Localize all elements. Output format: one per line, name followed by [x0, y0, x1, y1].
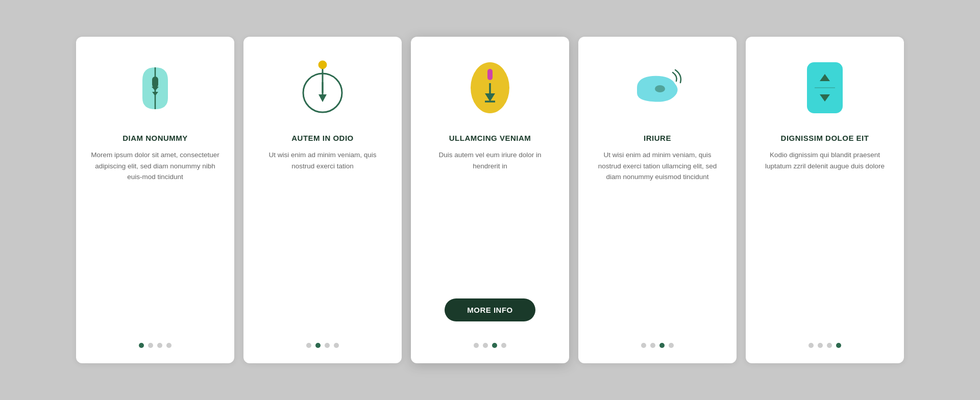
dot-4: [836, 343, 841, 348]
dot-2: [315, 343, 321, 348]
dots-3: [474, 331, 506, 348]
dot-1: [306, 343, 311, 348]
dot-4: [501, 343, 506, 348]
more-info-button[interactable]: MORE INFO: [445, 298, 535, 321]
dot-1: [808, 343, 814, 348]
oval-arrow-down-icon: [459, 57, 521, 118]
card-text-3: Duis autem vel eum iriure dolor in hendr…: [425, 149, 555, 289]
dot-1: [139, 343, 144, 348]
svg-marker-9: [318, 94, 327, 102]
dot-4: [669, 343, 674, 348]
card-title-2: AUTEM IN ODIO: [291, 134, 354, 142]
dot-1: [641, 343, 646, 348]
card-text-2: Ut wisi enim ad minim veniam, quis nostr…: [258, 149, 387, 331]
card-text-5: Kodio dignissim qui blandit praesent lup…: [760, 149, 890, 331]
dot-3: [492, 343, 497, 348]
card-2: AUTEM IN ODIOUt wisi enim ad minim venia…: [243, 37, 402, 363]
dot-3: [827, 343, 832, 348]
dot-1: [474, 343, 479, 348]
dots-1: [139, 331, 172, 348]
card-5: DIGNISSIM DOLOE EITKodio dignissim qui b…: [746, 37, 904, 363]
card-title-1: DIAM NONUMMY: [122, 134, 188, 142]
circle-arrow-down-icon: [292, 57, 353, 118]
dot-4: [334, 343, 339, 348]
dot-2: [818, 343, 823, 348]
card-title-3: ULLAMCING VENIAM: [449, 134, 531, 142]
mouse-scroll-icon: [125, 57, 186, 118]
cards-container: DIAM NONUMMYMorem ipsum dolor sit amet, …: [45, 16, 935, 384]
dot-2: [483, 343, 488, 348]
dot-2: [650, 343, 655, 348]
svg-point-7: [318, 61, 327, 69]
dots-4: [641, 331, 674, 348]
dot-3: [659, 343, 665, 348]
dots-5: [808, 331, 841, 348]
card-text-1: Morem ipsum dolor sit amet, consectetuer…: [90, 149, 220, 331]
svg-rect-11: [487, 69, 493, 80]
card-text-4: Ut wisi enim ad minim veniam, quis nostr…: [593, 149, 722, 331]
elevator-arrows-icon: [794, 57, 855, 118]
svg-rect-1: [152, 77, 158, 88]
dot-4: [166, 343, 172, 348]
dots-2: [306, 331, 339, 348]
dot-2: [148, 343, 153, 348]
card-4: IRIUREUt wisi enim ad minim veniam, quis…: [578, 37, 737, 363]
svg-point-15: [655, 85, 665, 92]
card-1: DIAM NONUMMYMorem ipsum dolor sit amet, …: [76, 37, 234, 363]
card-title-5: DIGNISSIM DOLOE EIT: [781, 134, 869, 142]
card-title-4: IRIURE: [644, 134, 671, 142]
mouse-wireless-icon: [627, 57, 688, 118]
dot-3: [325, 343, 330, 348]
dot-3: [157, 343, 162, 348]
card-3: ULLAMCING VENIAMDuis autem vel eum iriur…: [411, 37, 569, 363]
